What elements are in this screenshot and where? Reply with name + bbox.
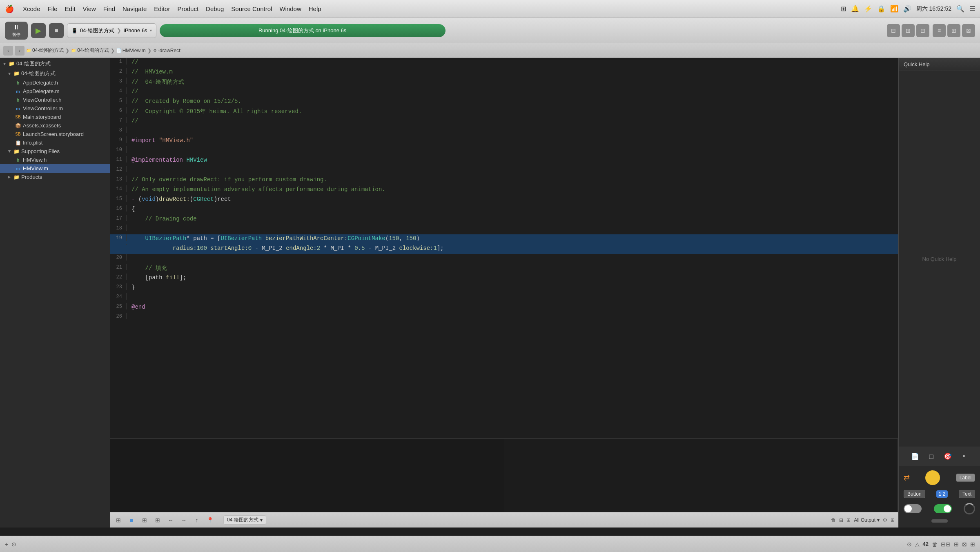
menu-editor[interactable]: Editor <box>154 5 170 12</box>
menu-xcode[interactable]: Xcode <box>23 5 40 12</box>
pause-label: 暂停 <box>12 32 20 38</box>
menu-debug[interactable]: Debug <box>206 5 224 12</box>
sidebar-file-label-2: AppDelegate.m <box>23 88 60 94</box>
apple-menu[interactable]: 🍎 <box>5 4 14 13</box>
breadcrumb-item-3[interactable]: 📄 HMView.m <box>116 48 146 53</box>
code-line-22: 22 [path fill]; <box>110 274 898 283</box>
volume-icon[interactable]: 🔊 <box>903 5 911 13</box>
label-widget-button[interactable]: Label <box>956 474 975 482</box>
assistant-editor-btn[interactable]: ⊞ <box>947 24 960 37</box>
clear-output-icon[interactable]: 🗑 <box>831 517 836 523</box>
stepper-widget[interactable]: 1 2 <box>936 490 948 498</box>
expand-all-icon[interactable]: ⊞ <box>970 541 975 548</box>
lock-icon[interactable]: 🔒 <box>877 5 885 13</box>
attributes-inspector-icon[interactable]: ▪ <box>958 450 970 462</box>
sidebar-item-root-project[interactable]: ▶ 📁 04-绘图的方式 <box>0 59 110 69</box>
menu-source-control[interactable]: Source Control <box>231 5 272 12</box>
layout-toggle-1[interactable]: ⊟⊟ <box>941 541 951 548</box>
file-inspector-icon[interactable]: 📄 <box>909 450 921 462</box>
menu-product[interactable]: Product <box>177 5 198 12</box>
menu-file[interactable]: File <box>48 5 58 12</box>
pause-button[interactable]: ⏸ 暂停 <box>5 22 28 40</box>
sidebar-item-hmview-m[interactable]: m HMView.m <box>0 164 110 173</box>
error-icon[interactable]: ⊞ <box>114 515 123 525</box>
breadcrumb-item-4[interactable]: ⚙ -drawRect: <box>153 48 182 53</box>
toggle-off-widget[interactable] <box>904 504 922 513</box>
sidebar-item-appdelegate-m[interactable]: m AppDelegate.m <box>0 87 110 96</box>
bluetooth-icon[interactable]: ⚡ <box>864 5 872 13</box>
layout-toggle-2[interactable]: ⊞ <box>954 541 959 548</box>
jump-to-file-icon[interactable]: ⊙ <box>11 541 16 548</box>
menu-window[interactable]: Window <box>279 5 301 12</box>
menu-edit[interactable]: Edit <box>65 5 76 12</box>
sidebar-item-launchscreen[interactable]: SB LaunchScreen.storyboard <box>0 130 110 138</box>
breadcrumb-item-1[interactable]: 📁 04-绘图的方式 <box>26 47 64 54</box>
simulate-location-icon[interactable]: 📍 <box>205 515 215 525</box>
settings-icon[interactable]: ⚙ <box>883 517 887 523</box>
standard-editor-btn[interactable]: ≡ <box>933 24 946 37</box>
warning-icon[interactable]: ■ <box>127 515 136 525</box>
identity-inspector-icon[interactable]: 🎯 <box>942 450 953 462</box>
right-panel-toggle[interactable]: ⊟ <box>916 24 929 37</box>
button-widget[interactable]: Button <box>904 490 925 498</box>
sidebar-file-label-5: Main.storyboard <box>23 114 61 120</box>
sidebar-item-products[interactable]: ▶ 📁 Products <box>0 173 110 181</box>
bottom-panel-toggle[interactable]: ⊞ <box>902 24 915 37</box>
nav-back-button[interactable]: ‹ <box>3 46 13 56</box>
run-button[interactable]: ▶ <box>31 23 46 38</box>
text-widget[interactable]: Text <box>959 490 975 498</box>
menu-list-icon[interactable]: ☰ <box>969 5 975 13</box>
menu-view[interactable]: View <box>83 5 96 12</box>
scheme-display[interactable]: 04-绘图的方式 ▾ <box>223 515 266 525</box>
step-out-icon[interactable]: ↑ <box>192 515 202 525</box>
issue-icon[interactable]: △ <box>915 541 920 548</box>
left-panel-toggle[interactable]: ⊟ <box>887 24 900 37</box>
add-file-icon[interactable]: + <box>5 541 8 548</box>
trash-icon[interactable]: 🗑 <box>932 541 938 548</box>
code-line-6: 6 // Copyright © 2015年 heima. All rights… <box>110 107 898 117</box>
expand-icon-3: ▶ <box>8 150 11 153</box>
scheme-selector[interactable]: 📱 04-绘图的方式 ❯ iPhone 6s ▾ <box>67 23 156 38</box>
sidebar-supporting-label: Supporting Files <box>21 148 60 154</box>
sidebar-item-hmview-h[interactable]: h HMView.h <box>0 156 110 164</box>
breadcrumb-item-2[interactable]: 📁 04-绘图的方式 <box>71 47 109 54</box>
sidebar-item-viewcontroller-m[interactable]: m ViewController.m <box>0 104 110 113</box>
toolbar: ⏸ 暂停 ▶ ■ 📱 04-绘图的方式 ❯ iPhone 6s ▾ Runnin… <box>0 18 980 43</box>
breadcrumb: 📁 04-绘图的方式 ❯ 📁 04-绘图的方式 ❯ 📄 HMView.m ❯ ⚙… <box>26 47 182 54</box>
wifi-icon[interactable]: 📶 <box>890 5 898 13</box>
sidebar-item-infoplist[interactable]: 📋 Info.plist <box>0 138 110 147</box>
sidebar-item-supporting-files[interactable]: ▶ 📁 Supporting Files <box>0 147 110 156</box>
search-menu-icon[interactable]: 🔍 <box>956 5 964 13</box>
code-line-12: 12 <box>110 166 898 176</box>
sidebar-item-main-storyboard[interactable]: SB Main.storyboard <box>0 113 110 121</box>
sidebar-item-viewcontroller-h[interactable]: h ViewController.h <box>0 96 110 104</box>
notification-icon[interactable]: 🔔 <box>851 5 859 13</box>
quick-help-icon[interactable]: ◻ <box>926 450 937 462</box>
console-view[interactable] <box>504 439 898 512</box>
step-over-icon[interactable]: ↔ <box>166 515 176 525</box>
expand-icon-5[interactable]: ⊞ <box>891 517 895 523</box>
sidebar-item-appdelegate-h[interactable]: h AppDelegate.h <box>0 78 110 87</box>
screen-capture-icon[interactable]: ⊞ <box>841 5 846 13</box>
code-line-15: 15 - (void)drawRect:(CGRect)rect <box>110 195 898 205</box>
menu-navigate[interactable]: Navigate <box>122 5 147 12</box>
breakpoint-icon[interactable]: ⊞ <box>140 515 149 525</box>
version-editor-btn[interactable]: ⊠ <box>962 24 975 37</box>
split-horizontal-icon[interactable]: ⊠ <box>962 541 967 548</box>
step-into-icon[interactable]: → <box>179 515 189 525</box>
split-view-icon[interactable]: ⊟ <box>839 517 843 523</box>
output-selector[interactable]: All Output ▾ <box>854 517 880 523</box>
sidebar-item-assets[interactable]: 📦 Assets.xcassets <box>0 121 110 130</box>
code-area[interactable]: 1 // 2 // HMView.m 3 // 04-绘图的方式 4 // 5 … <box>110 58 898 438</box>
sidebar-item-group[interactable]: ▶ 📁 04-绘图的方式 <box>0 69 110 78</box>
menu-find[interactable]: Find <box>103 5 115 12</box>
layout-icon[interactable]: ⊞ <box>846 517 851 523</box>
thread-icon[interactable]: ⊞ <box>153 515 163 525</box>
code-line-8: 8 <box>110 127 898 136</box>
nav-forward-button[interactable]: › <box>15 46 24 56</box>
quick-help-title: Quick Help <box>904 61 930 67</box>
filter-icon[interactable]: ⊙ <box>907 541 912 548</box>
stop-button[interactable]: ■ <box>49 23 64 38</box>
menu-help[interactable]: Help <box>309 5 321 12</box>
toggle-on-widget[interactable] <box>934 504 952 513</box>
